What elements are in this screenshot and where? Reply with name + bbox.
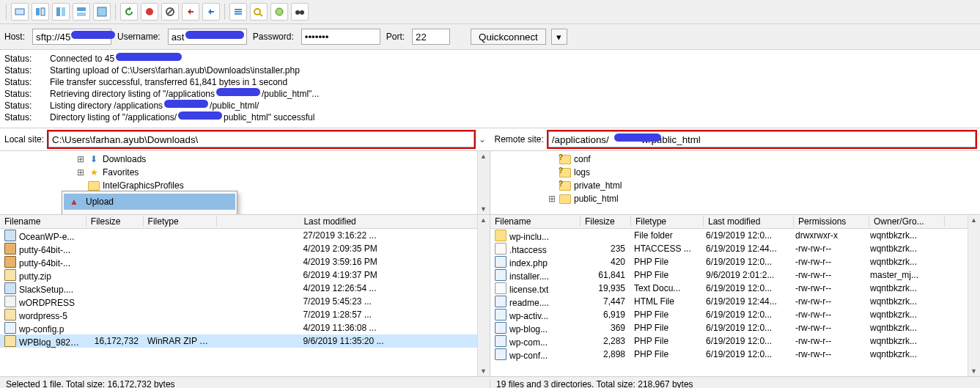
tb-sitemanager[interactable] <box>32 3 49 21</box>
tree-node[interactable]: private_html <box>490 179 980 192</box>
tree-node[interactable]: logs <box>490 166 980 179</box>
tb-cancel[interactable] <box>161 3 179 21</box>
cell-filename: putty-64bit-... <box>19 258 70 268</box>
quickconnect-dropdown[interactable]: ▾ <box>551 29 567 45</box>
connection-bar: Host: Username: Password: Port: Quickcon… <box>0 24 980 50</box>
tb-binoculars[interactable] <box>291 3 309 21</box>
menu-item[interactable]: ▲Upload <box>64 194 235 210</box>
tb-reload[interactable] <box>120 3 138 21</box>
message-log[interactable]: Status:Connected to 45Status:Starting up… <box>0 50 980 128</box>
remote-list-header[interactable]: Filename Filesize Filetype Last modified… <box>490 215 980 229</box>
local-list-header[interactable]: Filename Filesize Filetype Last modified <box>0 215 490 229</box>
tree-icon <box>559 180 571 191</box>
table-row[interactable]: putty-64bit-...4/2019 2:09:35 PM <box>0 242 490 255</box>
status-right: 19 files and 3 directories. Total size: … <box>490 379 980 388</box>
col-lastmod[interactable]: Last modified <box>217 216 490 227</box>
table-row[interactable]: index.php420PHP File6/19/2019 12:0...-rw… <box>490 255 980 268</box>
table-row[interactable]: wp-activ...6,919PHP File6/19/2019 12:0..… <box>490 308 980 321</box>
col-owner[interactable]: Owner/Gro... <box>869 216 945 227</box>
col-filetype[interactable]: Filetype <box>144 216 218 227</box>
password-input[interactable] <box>301 29 380 45</box>
tb-queue[interactable] <box>229 3 247 21</box>
tb-trans3[interactable] <box>93 3 111 21</box>
remote-pane: conflogsprivate_html⊞public_html Filenam… <box>490 151 980 376</box>
col-filesize[interactable]: Filesize <box>581 216 631 227</box>
local-site-dropdown-icon[interactable]: ⌄ <box>479 134 486 144</box>
file-icon <box>495 243 506 255</box>
remote-site-input[interactable] <box>548 131 976 147</box>
log-line: Status:Connected to 45 <box>4 53 976 65</box>
col-permissions[interactable]: Permissions <box>794 216 869 227</box>
quickconnect-button[interactable]: Quickconnect <box>471 29 546 45</box>
remote-tree[interactable]: conflogsprivate_html⊞public_html <box>490 151 980 215</box>
cell-filename: license.txt <box>509 285 548 295</box>
col-lastmod[interactable]: Last modified <box>704 216 794 227</box>
local-tree[interactable]: ⊞⬇Downloads⊞★FavoritesIntelGraphicsProfi… <box>0 151 490 215</box>
cell-filesize: 2,283 <box>580 336 630 346</box>
cell-filename: wp-config.p <box>19 324 64 334</box>
table-row[interactable]: installer....61,841PHP File9/6/2019 2:01… <box>490 268 980 282</box>
tree-icon: ★ <box>88 167 100 177</box>
scrollbar[interactable] <box>477 151 490 214</box>
tb-disconnect[interactable] <box>182 3 199 21</box>
scrollbar[interactable] <box>968 215 980 376</box>
tree-expander-icon[interactable]: ⊞ <box>76 154 85 164</box>
table-row[interactable]: wORDPRESS7/2019 5:45:23 ... <box>0 295 490 308</box>
tb-trans1[interactable] <box>52 3 70 21</box>
cell-lastmod: 9/6/2019 11:35:20 ... <box>216 336 490 346</box>
table-row[interactable]: wp-blog...369PHP File6/19/2019 12:0...-r… <box>490 321 980 334</box>
tree-expander-icon[interactable]: ⊞ <box>76 167 85 177</box>
tree-node[interactable]: ⊞★Favorites <box>0 166 490 179</box>
local-file-list[interactable]: Filename Filesize Filetype Last modified… <box>0 215 490 376</box>
tb-trans2[interactable] <box>73 3 90 21</box>
table-row[interactable]: license.txt19,935Text Docu...6/19/2019 1… <box>490 282 980 295</box>
remote-file-list[interactable]: Filename Filesize Filetype Last modified… <box>490 215 980 376</box>
cell-permissions: -rw-rw-r-- <box>791 310 866 320</box>
tree-label: Favorites <box>103 167 139 177</box>
menu-item[interactable]: ⤒Add files to queue <box>64 210 235 215</box>
cell-owner: wqntbkzrk... <box>866 230 940 241</box>
table-row[interactable]: wp-com...2,283PHP File6/19/2019 12:0...-… <box>490 334 980 348</box>
col-filename[interactable]: Filename <box>490 216 581 227</box>
tb-filter[interactable] <box>270 3 288 21</box>
tree-node[interactable]: conf <box>490 153 980 166</box>
file-icon <box>4 309 16 321</box>
tree-node[interactable]: ⊞public_html <box>490 192 980 205</box>
cell-filename: index.php <box>509 258 548 268</box>
cell-permissions: -rw-rw-r-- <box>791 283 866 293</box>
table-row[interactable]: wp-conf...2,898PHP File6/19/2019 12:0...… <box>490 348 980 361</box>
table-row[interactable]: WPBlog_982df9f...16,172,732WinRAR ZIP ar… <box>0 334 490 348</box>
col-filesize[interactable]: Filesize <box>86 216 144 227</box>
svg-point-17 <box>295 10 300 15</box>
scrollbar[interactable] <box>477 215 490 376</box>
table-row[interactable]: .htaccess235HTACCESS ...6/19/2019 12:44.… <box>490 242 980 255</box>
table-row[interactable]: OceanWP-e...27/2019 3:16:22 ... <box>0 229 490 242</box>
table-row[interactable]: readme....7,447HTML File6/19/2019 12:44.… <box>490 295 980 308</box>
table-row[interactable]: putty.zip6/2019 4:19:37 PM <box>0 268 490 282</box>
table-row[interactable]: wp-config.p4/2019 11:36:08 ... <box>0 321 490 334</box>
col-filetype[interactable]: Filetype <box>631 216 704 227</box>
port-input[interactable] <box>412 29 450 45</box>
cell-filesize: 16,172,732 <box>86 336 143 346</box>
table-row[interactable]: putty-64bit-...4/2019 3:59:16 PM <box>0 255 490 268</box>
tb-stop[interactable] <box>141 3 158 21</box>
col-filename[interactable]: Filename <box>0 216 86 227</box>
svg-rect-0 <box>15 9 24 15</box>
tree-label: IntelGraphicsProfiles <box>103 180 184 191</box>
table-row[interactable]: wp-inclu...File folder6/19/2019 12:0...d… <box>490 229 980 242</box>
remote-site-bar: Remote site: <box>490 128 981 151</box>
local-site-input[interactable] <box>48 131 474 147</box>
file-icon <box>4 256 16 268</box>
tb-compare[interactable] <box>250 3 268 21</box>
local-site-bar: Local site: ⌄ <box>0 128 490 151</box>
tree-node[interactable]: ⊞⬇Downloads <box>0 153 490 166</box>
svg-point-16 <box>276 8 283 15</box>
file-icon <box>4 335 16 347</box>
tree-expander-icon[interactable]: ⊞ <box>548 194 556 204</box>
table-row[interactable]: wordpress-57/2019 1:28:57 ... <box>0 308 490 321</box>
table-row[interactable]: SlackSetup....4/2019 12:26:54 ... <box>0 282 490 295</box>
cell-filename: .htaccess <box>509 245 547 255</box>
tb-reconnect[interactable] <box>202 3 220 21</box>
cell-owner: wqntbkzrk... <box>866 257 940 267</box>
tb-connect[interactable] <box>11 3 29 21</box>
